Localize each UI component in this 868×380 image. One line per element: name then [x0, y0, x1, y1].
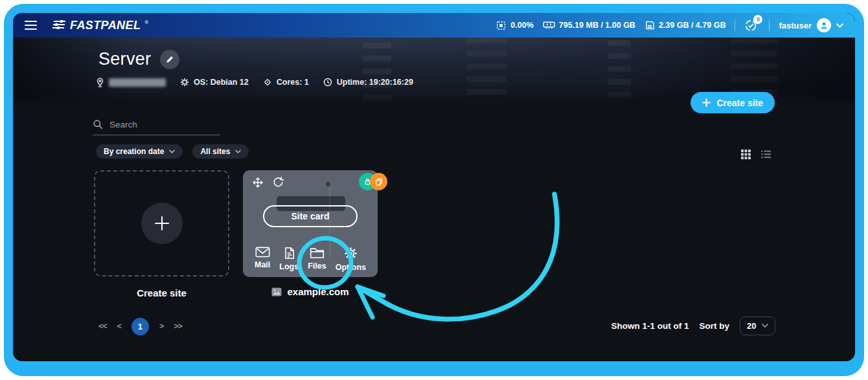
- list-view-icon[interactable]: [759, 148, 772, 161]
- site-card-button[interactable]: Site card: [263, 205, 358, 227]
- pagination: << < 1 > >>: [98, 317, 182, 335]
- menu-hamburger-icon[interactable]: [25, 21, 37, 30]
- brand-registered-mark: ®: [144, 20, 148, 25]
- logs-icon: [283, 247, 295, 260]
- site-action-mail-label: Mail: [255, 260, 270, 269]
- server-cores-text: Cores: 1: [277, 78, 309, 87]
- filter-sort-dropdown[interactable]: By creation date: [96, 144, 183, 159]
- create-site-button-label: Create site: [716, 98, 763, 108]
- create-site-button[interactable]: Create site: [691, 92, 775, 113]
- tasks-button[interactable]: 0: [744, 18, 760, 32]
- pagination-last[interactable]: >>: [174, 322, 182, 331]
- search-field: [93, 119, 220, 135]
- site-action-logs-label: Logs: [279, 262, 299, 271]
- uptime-clock-icon: [323, 78, 332, 87]
- disk-usage-stat: 2.39 GB / 4.79 GB: [645, 20, 726, 30]
- server-os-item: OS: Debian 12: [180, 78, 249, 87]
- brand-name: FASTPANEL: [70, 19, 141, 31]
- site-screenshot-icon: [271, 287, 282, 296]
- cpu-usage-stat: 0.00%: [496, 20, 533, 31]
- filter-sites-dropdown[interactable]: All sites: [192, 144, 249, 159]
- topbar: FASTPANEL ® 0.00%: [13, 13, 855, 38]
- ram-icon: [543, 21, 555, 30]
- cores-diamond-icon: [263, 78, 272, 87]
- page-title: Server: [98, 49, 151, 69]
- user-menu[interactable]: fastuser: [779, 18, 843, 32]
- server-uptime-text: Uptime: 19:20:16:29: [337, 78, 413, 87]
- results-footer: Shown 1-1 out of 1 Sort by 20: [611, 316, 775, 335]
- plus-icon: [154, 216, 170, 231]
- fastpanel-window: FASTPANEL ® 0.00%: [0, 0, 868, 380]
- cpu-icon: [496, 20, 507, 31]
- sort-by-label: Sort by: [699, 321, 729, 331]
- site-action-mail[interactable]: Mail: [255, 247, 270, 272]
- site-domain[interactable]: example.com: [243, 286, 378, 297]
- chevron-down-icon: [762, 324, 768, 328]
- location-icon: [96, 77, 104, 87]
- grid-view-icon[interactable]: [739, 148, 752, 161]
- search-icon: [93, 119, 103, 129]
- tasks-badge: 0: [753, 15, 762, 24]
- chevron-down-icon: [836, 23, 843, 28]
- pagination-prev[interactable]: <: [117, 322, 121, 331]
- disk-usage-value: 2.39 GB / 4.79 GB: [659, 21, 726, 30]
- site-card[interactable]: Site card Mail Logs: [243, 170, 378, 277]
- topbar-divider: [769, 19, 770, 31]
- server-os-text: OS: Debian 12: [194, 78, 249, 87]
- site-action-logs[interactable]: Logs: [279, 247, 299, 272]
- files-folder-icon: [310, 247, 325, 259]
- create-site-card-label: Create site: [94, 287, 229, 298]
- server-uptime-item: Uptime: 19:20:16:29: [323, 78, 413, 87]
- mail-icon: [255, 247, 270, 258]
- server-meta: OS: Debian 12 Cores: 1 Uptime: 19:20:: [96, 77, 413, 87]
- edit-server-name-button[interactable]: [160, 50, 179, 69]
- site-action-files[interactable]: Files: [308, 247, 326, 272]
- chevron-down-icon: [169, 150, 175, 153]
- filter-sites-label: All sites: [200, 147, 230, 156]
- os-gear-icon: [180, 78, 189, 87]
- page-size-dropdown[interactable]: 20: [740, 317, 775, 335]
- site-domain-label: example.com: [287, 286, 348, 297]
- disk-icon: [645, 20, 655, 30]
- site-action-files-label: Files: [308, 262, 326, 271]
- plus-icon: [702, 98, 711, 107]
- username: fastuser: [779, 21, 812, 30]
- filter-sort-label: By creation date: [104, 147, 164, 156]
- server-cores-item: Cores: 1: [263, 78, 309, 87]
- ram-usage-value: 795.19 MB / 1.00 GB: [559, 21, 635, 30]
- search-input[interactable]: [109, 120, 224, 129]
- brand-equalizer-icon: [52, 19, 66, 30]
- pagination-first[interactable]: <<: [98, 322, 107, 331]
- refresh-site-icon[interactable]: [271, 176, 284, 189]
- avatar: [817, 18, 831, 32]
- create-site-card[interactable]: [94, 170, 229, 276]
- pagination-current-page[interactable]: 1: [131, 318, 149, 335]
- app-surface: FASTPANEL ® 0.00%: [13, 13, 855, 361]
- site-action-options[interactable]: Options: [336, 247, 366, 272]
- site-thumbnail-detail: [326, 182, 330, 186]
- create-site-plus-circle: [141, 203, 183, 244]
- chevron-down-icon: [235, 150, 241, 153]
- shown-count-text: Shown 1-1 out of 1: [611, 321, 689, 331]
- copy-badge[interactable]: [370, 173, 387, 190]
- move-site-icon[interactable]: [251, 176, 264, 189]
- options-gear-icon: [344, 247, 358, 260]
- site-action-options-label: Options: [336, 263, 366, 272]
- brand-logo[interactable]: FASTPANEL ®: [52, 19, 148, 31]
- redacted-ip-address: [109, 78, 166, 87]
- pagination-next[interactable]: >: [159, 322, 163, 331]
- ram-usage-stat: 795.19 MB / 1.00 GB: [543, 21, 635, 30]
- page-size-value: 20: [747, 321, 756, 331]
- cpu-usage-value: 0.00%: [510, 21, 533, 30]
- server-ip-item: [96, 77, 166, 87]
- topbar-divider: [735, 19, 735, 31]
- copy-icon: [374, 177, 383, 186]
